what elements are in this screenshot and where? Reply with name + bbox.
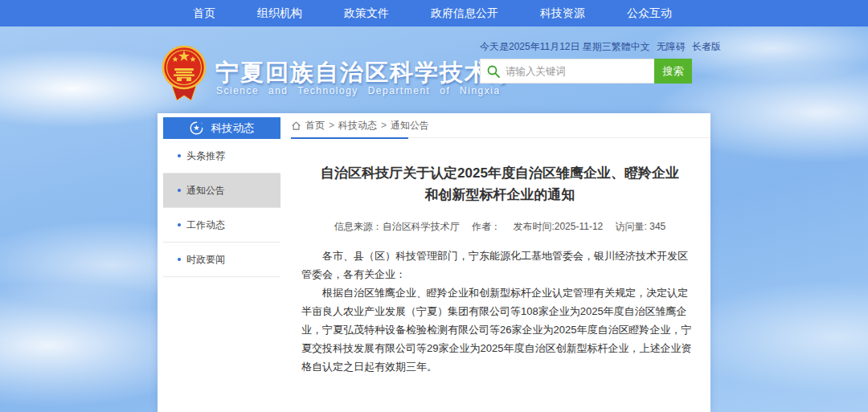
article-body: 各市、县（区）科技管理部门，宁东能源化工基地管委会，银川经济技术开发区管委会，各… bbox=[289, 247, 710, 376]
breadcrumb-notices[interactable]: 通知公告 bbox=[391, 119, 429, 133]
nav-item-organization[interactable]: 组织机构 bbox=[257, 6, 302, 21]
breadcrumb-separator: > bbox=[329, 120, 334, 131]
quick-links: 繁體中文 无障碍 长者版 bbox=[612, 40, 721, 54]
sidebar-header: 科技动态 bbox=[163, 117, 280, 139]
link-traditional-chinese[interactable]: 繁體中文 bbox=[612, 40, 650, 54]
meta-views: 访问量: 345 bbox=[616, 221, 666, 232]
national-emblem-logo bbox=[161, 44, 207, 102]
search-input-wrap bbox=[480, 59, 654, 84]
site-header: 宁夏回族自治区科学技术厅 Science and Technology Depa… bbox=[0, 27, 868, 113]
breadcrumb-home[interactable]: 首页 bbox=[305, 119, 325, 133]
search-button[interactable]: 搜索 bbox=[654, 59, 692, 84]
search-input[interactable] bbox=[506, 66, 648, 77]
content-panel: 科技动态 头条推荐 通知公告 工作动态 时政要闻 首页 > 科技动态 > bbox=[158, 113, 710, 412]
nav-item-sci-resources[interactable]: 科技资源 bbox=[540, 6, 585, 21]
top-nav: 首页 组织机构 政策文件 政府信息公开 科技资源 公众互动 bbox=[0, 0, 868, 27]
sidebar-item-label: 头条推荐 bbox=[186, 149, 225, 163]
breadcrumb-separator: > bbox=[381, 120, 387, 131]
breadcrumb: 首页 > 科技动态 > 通知公告 bbox=[289, 113, 710, 138]
article-paragraph: 根据自治区雏鹰企业、瞪羚企业和创新型标杆企业认定管理有关规定，决定认定半亩良人农… bbox=[301, 284, 698, 376]
link-senior-version[interactable]: 长者版 bbox=[692, 40, 721, 54]
nav-item-policy[interactable]: 政策文件 bbox=[344, 6, 389, 21]
site-subtitle: Science and Technology Department of Nin… bbox=[216, 85, 501, 96]
bullet-dot-icon bbox=[178, 189, 181, 192]
search-icon bbox=[487, 65, 500, 78]
top-utility-bar: 今天是2025年11月12日 星期三 繁體中文 无障碍 长者版 bbox=[480, 40, 700, 54]
link-accessibility[interactable]: 无障碍 bbox=[657, 40, 686, 54]
site-title: 宁夏回族自治区科学技术厅 bbox=[215, 57, 514, 89]
meta-source: 信息来源：自治区科学技术厅 bbox=[334, 221, 460, 232]
sidebar-item-label: 通知公告 bbox=[186, 184, 225, 198]
search-bar: 搜索 bbox=[480, 59, 692, 84]
article-title-line2: 和创新型标杆企业的通知 bbox=[289, 184, 710, 206]
sidebar-title: 科技动态 bbox=[211, 121, 255, 136]
sidebar-item-headline[interactable]: 头条推荐 bbox=[163, 139, 280, 173]
article-title-line1: 自治区科技厅关于认定2025年度自治区雏鹰企业、瞪羚企业 bbox=[289, 162, 710, 184]
meta-author: 作者： bbox=[472, 221, 501, 232]
breadcrumb-accent-line bbox=[291, 137, 408, 139]
nav-item-gov-info[interactable]: 政府信息公开 bbox=[431, 6, 498, 21]
main-content: 首页 > 科技动态 > 通知公告 自治区科技厅关于认定2025年度自治区雏鹰企业… bbox=[289, 113, 710, 412]
nav-item-public-interaction[interactable]: 公众互动 bbox=[627, 6, 672, 21]
bullet-dot-icon bbox=[178, 258, 181, 261]
sidebar: 科技动态 头条推荐 通知公告 工作动态 时政要闻 bbox=[163, 117, 280, 277]
sidebar-item-label: 工作动态 bbox=[186, 218, 225, 232]
sidebar-item-current-politics[interactable]: 时政要闻 bbox=[163, 243, 280, 277]
article-title: 自治区科技厅关于认定2025年度自治区雏鹰企业、瞪羚企业 和创新型标杆企业的通知 bbox=[289, 162, 710, 206]
current-date: 今天是2025年11月12日 星期三 bbox=[480, 40, 612, 54]
bullet-dot-icon bbox=[178, 154, 181, 157]
home-icon bbox=[291, 120, 301, 131]
top-nav-items: 首页 组织机构 政策文件 政府信息公开 科技资源 公众互动 bbox=[193, 6, 672, 21]
sidebar-item-work-trends[interactable]: 工作动态 bbox=[163, 208, 280, 243]
sidebar-item-notices[interactable]: 通知公告 bbox=[163, 173, 280, 208]
breadcrumb-sci-trends[interactable]: 科技动态 bbox=[338, 119, 377, 133]
article-paragraph: 各市、县（区）科技管理部门，宁东能源化工基地管委会，银川经济技术开发区管委会，各… bbox=[301, 247, 698, 284]
bullet-dot-icon bbox=[178, 223, 181, 226]
sidebar-item-label: 时政要闻 bbox=[186, 253, 225, 267]
article-meta: 信息来源：自治区科学技术厅 作者： 发布时间:2025-11-12 访问量: 3… bbox=[289, 220, 710, 234]
star-circle-icon bbox=[190, 121, 203, 135]
nav-item-home[interactable]: 首页 bbox=[193, 6, 215, 21]
meta-publish-time: 发布时间:2025-11-12 bbox=[513, 221, 603, 232]
